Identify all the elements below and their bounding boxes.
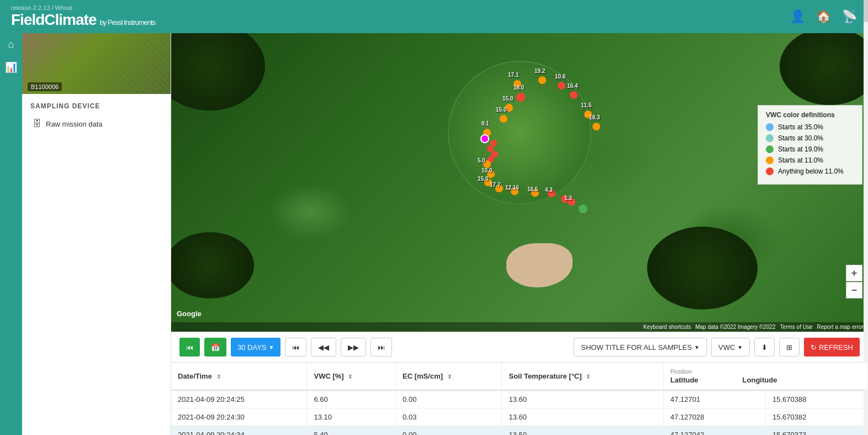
map-area[interactable]: 17.1 19.2 10.6 16.4 18.0 15.0 11.5 15.0 …: [171, 33, 868, 332]
legend-color-green: [766, 145, 774, 153]
legend-item-orange: Starts at 11.0%: [766, 156, 854, 164]
chart-side-icon[interactable]: 📊: [5, 61, 17, 74]
legend-label-green: Starts at 19.0%: [778, 145, 823, 153]
tree-cluster-4: [647, 227, 758, 310]
toolbar: ⏮ 📅 30 DAYS ▼ ⏮ ◀◀ ▶▶ ⏭ SHOW TITLE FOR A…: [171, 332, 868, 363]
map-footer: Keyboard shortcuts Map data ©2022 Imager…: [171, 322, 868, 332]
nav-next-button[interactable]: ▶▶: [341, 338, 366, 357]
cell-soiltemp: 13.60: [502, 408, 664, 426]
nav-last-button[interactable]: ⏭: [371, 338, 392, 357]
first-button[interactable]: ⏮: [179, 338, 200, 357]
cell-vwc: 6.60: [307, 390, 396, 408]
cell-latitude: 47.127042: [664, 426, 766, 436]
col-longitude-label[interactable]: Longitude: [743, 376, 777, 384]
table-row[interactable]: 2021-04-09 20:24:256.600.0013.6047.12701…: [171, 390, 868, 408]
sample-dot[interactable]: [531, 189, 539, 197]
home-side-icon[interactable]: ⌂: [8, 39, 14, 50]
sample-dot[interactable]: [514, 80, 521, 88]
sample-dot[interactable]: [548, 190, 555, 197]
vwc-label: VWC: [718, 343, 735, 352]
sample-dot[interactable]: [516, 93, 525, 102]
sample-dot[interactable]: [483, 160, 491, 168]
terms-link[interactable]: Terms of Use: [780, 324, 813, 330]
data-table-container[interactable]: Date/Time ⇕ VWC [%] ⇕ EC [mS/cm] ⇕ Soi: [171, 363, 868, 435]
map-data-link[interactable]: Map data ©2022 Imagery ©2022: [695, 324, 775, 330]
position-header-label: Position: [670, 368, 861, 375]
cell-longitude: 15.670382: [765, 408, 867, 426]
by-text: by Pessl Instruments: [99, 18, 155, 27]
sort-datetime-icon: ⇕: [216, 374, 221, 380]
report-link[interactable]: Report a map error: [817, 324, 864, 330]
show-title-label: SHOW TITLE FOR ALL SAMPLES: [581, 343, 692, 352]
legend-item-red: Anything below 11.0%: [766, 167, 854, 175]
header-icons: 👤 🏠 📡: [790, 9, 857, 24]
home-icon[interactable]: 🏠: [816, 9, 831, 24]
cell-ec: 0.00: [396, 426, 502, 436]
vwc-legend: VWC color definitions Starts at 35.0% St…: [758, 105, 862, 185]
legend-item-teal: Starts at 30.0%: [766, 134, 854, 142]
sample-dot[interactable]: [558, 82, 565, 90]
cell-soiltemp: 13.50: [502, 426, 664, 436]
legend-title: VWC color definitions: [766, 111, 854, 119]
refresh-button[interactable]: ↻ REFRESH: [804, 338, 860, 357]
download-button[interactable]: ⬇: [754, 338, 775, 357]
col-header-ec[interactable]: EC [mS/cm] ⇕: [396, 363, 502, 390]
sample-dot[interactable]: [505, 104, 513, 112]
col-latitude-label[interactable]: Latitude: [670, 376, 698, 384]
table-row[interactable]: 2021-04-09 20:24:3013.100.0313.6047.1270…: [171, 408, 868, 426]
sample-dot[interactable]: [568, 198, 575, 206]
signal-icon[interactable]: 📡: [842, 9, 857, 24]
col-header-vwc[interactable]: VWC [%] ⇕: [307, 363, 396, 390]
cell-latitude: 47.127028: [664, 408, 766, 426]
grid-button[interactable]: ⊞: [779, 338, 800, 357]
raw-mission-data-label: Raw mission data: [46, 120, 103, 128]
col-header-position: Position Latitude Longitude: [664, 363, 868, 390]
release-text: release-2.2.13 / Wheat: [11, 4, 155, 11]
cell-ec: 0.00: [396, 390, 502, 408]
calendar-button[interactable]: 📅: [204, 338, 226, 357]
legend-label-orange: Starts at 11.0%: [778, 156, 823, 164]
sample-dot[interactable]: [584, 111, 592, 118]
legend-color-teal: [766, 134, 774, 142]
sample-dot[interactable]: [592, 123, 600, 130]
col-header-soiltemp[interactable]: Soil Temperature [°C] ⇕: [502, 363, 664, 390]
database-icon: 🗄: [33, 119, 41, 129]
sampling-title: SAMPLING DEVICE: [30, 102, 162, 110]
sample-dot[interactable]: [511, 187, 518, 195]
nav-first-button[interactable]: ⏮: [285, 338, 306, 357]
vwc-dropdown-button[interactable]: VWC ▼: [711, 338, 750, 357]
col-ec-label: EC [mS/cm]: [403, 372, 443, 380]
zoom-in-button[interactable]: +: [846, 265, 862, 281]
legend-item-green: Starts at 19.0%: [766, 145, 854, 153]
legend-label-red: Anything below 11.0%: [778, 167, 844, 175]
sample-dot[interactable]: [570, 91, 578, 99]
sample-dot[interactable]: [500, 115, 507, 123]
zoom-controls: + −: [846, 265, 862, 298]
device-image: B1100006: [22, 33, 171, 94]
legend-label-teal: Starts at 30.0%: [778, 134, 823, 142]
sort-ec-icon: ⇕: [447, 374, 452, 380]
left-panel: B1100006 SAMPLING DEVICE 🗄 Raw mission d…: [22, 33, 171, 435]
nav-prev-button[interactable]: ◀◀: [311, 338, 336, 357]
zoom-out-button[interactable]: −: [846, 282, 862, 298]
sample-dot[interactable]: [538, 76, 546, 84]
show-title-arrow-icon: ▼: [694, 344, 700, 350]
cell-ec: 0.03: [396, 408, 502, 426]
legend-item-blue: Starts at 35.0%: [766, 123, 854, 131]
col-soiltemp-label: Soil Temperature [°C]: [509, 372, 581, 380]
days-dropdown-button[interactable]: 30 DAYS ▼: [231, 338, 280, 357]
sample-dot-green[interactable]: [579, 205, 588, 213]
keyboard-shortcuts-link[interactable]: Keyboard shortcuts: [643, 324, 691, 330]
vwc-arrow-icon: ▼: [737, 344, 743, 350]
table-row[interactable]: 2021-04-09 20:24:345.400.0013.5047.12704…: [171, 426, 868, 436]
sort-vwc-icon: ⇕: [348, 374, 352, 380]
sample-dot[interactable]: [495, 185, 503, 192]
user-icon[interactable]: 👤: [790, 9, 805, 24]
cell-datetime: 2021-04-09 20:24:30: [171, 408, 307, 426]
sample-dot[interactable]: [487, 170, 495, 178]
show-title-button[interactable]: SHOW TITLE FOR ALL SAMPLES ▼: [574, 338, 707, 357]
col-header-datetime[interactable]: Date/Time ⇕: [171, 363, 307, 390]
raw-mission-data-item[interactable]: 🗄 Raw mission data: [30, 116, 162, 132]
sample-dot[interactable]: [484, 179, 492, 186]
sample-dot-magenta[interactable]: [480, 134, 489, 143]
